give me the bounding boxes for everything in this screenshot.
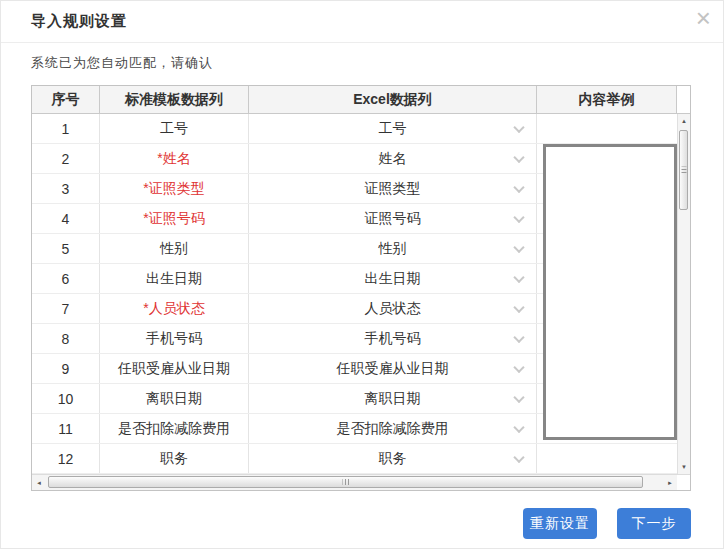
chevron-down-icon [513, 271, 524, 282]
chevron-down-icon [513, 151, 524, 162]
excel-column-value: 人员状态 [365, 300, 421, 318]
horizontal-scrollbar-row: ◄ ► [32, 474, 690, 490]
excel-column-value: 姓名 [379, 150, 407, 168]
header-cell-standard: 标准模板数据列 [100, 86, 249, 113]
dialog-title: 导入规则设置 [31, 12, 127, 31]
horizontal-scrollbar[interactable]: ◄ ► [32, 475, 677, 490]
standard-column-value: 工号 [100, 114, 249, 143]
header-cell-example: 内容举例 [537, 86, 677, 113]
header-cell-index: 序号 [32, 86, 100, 113]
scroll-down-icon[interactable]: ▼ [678, 460, 690, 474]
scroll-left-icon[interactable]: ◄ [32, 475, 46, 490]
dialog-header: 导入规则设置 × [1, 1, 723, 43]
scrollbar-corner [677, 475, 690, 490]
content-example-cell [537, 444, 677, 473]
excel-column-select[interactable]: 任职受雇从业日期 [249, 354, 537, 383]
auto-match-hint: 系统已为您自动匹配，请确认 [31, 54, 213, 72]
close-icon[interactable]: × [696, 5, 711, 31]
excel-column-value: 证照类型 [365, 180, 421, 198]
chevron-down-icon [513, 421, 524, 432]
horizontal-scroll-thumb[interactable] [48, 476, 643, 488]
excel-column-select[interactable]: 是否扣除减除费用 [249, 414, 537, 443]
vertical-scroll-thumb[interactable] [679, 130, 688, 210]
excel-column-select[interactable]: 性别 [249, 234, 537, 263]
scroll-right-icon[interactable]: ► [663, 475, 677, 490]
excel-column-select[interactable]: 人员状态 [249, 294, 537, 323]
excel-column-value: 职务 [379, 450, 407, 468]
excel-column-select[interactable]: 职务 [249, 444, 537, 473]
reset-button[interactable]: 重新设置 [523, 508, 597, 539]
standard-column-value: *人员状态 [100, 294, 249, 323]
table-row: 12 职务 职务 [32, 444, 677, 474]
standard-column-value: 性别 [100, 234, 249, 263]
row-number: 10 [32, 384, 100, 413]
chevron-down-icon [513, 121, 524, 132]
chevron-down-icon [513, 361, 524, 372]
chevron-down-icon [513, 331, 524, 342]
row-number: 5 [32, 234, 100, 263]
standard-column-value: 出生日期 [100, 264, 249, 293]
excel-column-select[interactable]: 姓名 [249, 144, 537, 173]
excel-column-select[interactable]: 工号 [249, 114, 537, 143]
mapping-table: 序号 标准模板数据列 Excel数据列 内容举例 1 工号 工号 2 *姓名 姓… [31, 85, 691, 491]
row-number: 6 [32, 264, 100, 293]
chevron-down-icon [513, 391, 524, 402]
excel-column-value: 性别 [379, 240, 407, 258]
row-number: 11 [32, 414, 100, 443]
row-number: 7 [32, 294, 100, 323]
standard-column-value: *证照类型 [100, 174, 249, 203]
standard-column-value: 职务 [100, 444, 249, 473]
thumb-grip-icon [342, 479, 349, 485]
excel-column-select[interactable]: 证照类型 [249, 174, 537, 203]
excel-column-value: 任职受雇从业日期 [337, 360, 449, 378]
row-number: 4 [32, 204, 100, 233]
table-header-row: 序号 标准模板数据列 Excel数据列 内容举例 [32, 86, 690, 114]
excel-column-value: 出生日期 [365, 270, 421, 288]
standard-column-value: *证照号码 [100, 204, 249, 233]
excel-column-value: 手机号码 [365, 330, 421, 348]
header-cell-excel: Excel数据列 [249, 86, 537, 113]
excel-column-select[interactable]: 手机号码 [249, 324, 537, 353]
standard-column-value: 是否扣除减除费用 [100, 414, 249, 443]
excel-column-select[interactable]: 离职日期 [249, 384, 537, 413]
content-example-highlight-box [543, 144, 677, 440]
scroll-up-icon[interactable]: ▲ [678, 114, 690, 128]
vertical-scrollbar[interactable]: ▲ ▼ [677, 114, 690, 474]
horizontal-scroll-track[interactable] [46, 475, 663, 490]
excel-column-value: 离职日期 [365, 390, 421, 408]
header-corner [677, 86, 690, 113]
chevron-down-icon [513, 451, 524, 462]
excel-column-value: 是否扣除减除费用 [337, 420, 449, 438]
row-number: 3 [32, 174, 100, 203]
row-number: 9 [32, 354, 100, 383]
next-step-button[interactable]: 下一步 [617, 508, 691, 539]
standard-column-value: 手机号码 [100, 324, 249, 353]
standard-column-value: *姓名 [100, 144, 249, 173]
chevron-down-icon [513, 301, 524, 312]
chevron-down-icon [513, 211, 524, 222]
import-rules-dialog: 导入规则设置 × 系统已为您自动匹配，请确认 序号 标准模板数据列 Excel数… [0, 0, 724, 549]
row-number: 12 [32, 444, 100, 473]
standard-column-value: 离职日期 [100, 384, 249, 413]
row-number: 8 [32, 324, 100, 353]
chevron-down-icon [513, 181, 524, 192]
excel-column-value: 工号 [379, 120, 407, 138]
chevron-down-icon [513, 241, 524, 252]
row-number: 1 [32, 114, 100, 143]
table-row: 1 工号 工号 [32, 114, 677, 144]
thumb-grip-icon [681, 167, 686, 174]
vertical-scroll-track[interactable] [678, 128, 690, 460]
excel-column-select[interactable]: 证照号码 [249, 204, 537, 233]
standard-column-value: 任职受雇从业日期 [100, 354, 249, 383]
excel-column-select[interactable]: 出生日期 [249, 264, 537, 293]
excel-column-value: 证照号码 [365, 210, 421, 228]
row-number: 2 [32, 144, 100, 173]
content-example-cell [537, 114, 677, 143]
